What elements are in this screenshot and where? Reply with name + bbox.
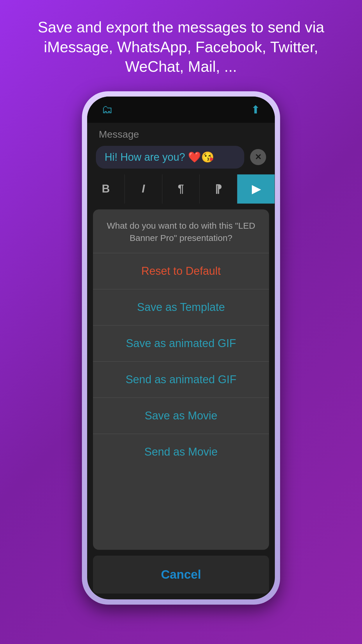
reset-to-default-item[interactable]: Reset to Default [93,253,269,289]
message-bubble[interactable]: Hi! How are you? ❤️😘 [96,146,244,169]
clear-button[interactable]: ✕ [250,149,266,165]
send-gif-label: Send as animated GIF [126,373,236,386]
align-right-button[interactable]: ⁋ [200,174,237,204]
phone-wrapper: 🗂 ⬆ Message Hi! How are you? ❤️😘 ✕ B I ¶… [82,91,280,605]
save-template-label: Save as Template [137,301,225,314]
message-text: Hi! How are you? ❤️😘 [105,151,214,163]
play-button[interactable]: ▶ [237,174,275,204]
reset-label: Reset to Default [141,265,221,277]
align-left-button[interactable]: ¶ [162,174,200,204]
send-movie-label: Send as Movie [144,446,217,458]
upload-icon[interactable]: ⬆ [251,103,260,116]
bold-button[interactable]: B [87,174,125,204]
send-animated-gif-item[interactable]: Send as animated GIF [93,362,269,398]
send-movie-item[interactable]: Send as Movie [93,434,269,470]
save-animated-gif-item[interactable]: Save as animated GIF [93,326,269,362]
action-sheet-title: What do you want to do with this "LED Ba… [93,209,269,253]
toolbar: B I ¶ ⁋ ▶ [87,174,275,204]
folder-icon[interactable]: 🗂 [102,103,113,116]
message-label: Message [87,123,275,143]
save-movie-item[interactable]: Save as Movie [93,398,269,434]
action-sheet: What do you want to do with this "LED Ba… [93,209,269,550]
message-input-bar: Hi! How are you? ❤️😘 ✕ [87,143,275,174]
phone-inner: 🗂 ⬆ Message Hi! How are you? ❤️😘 ✕ B I ¶… [87,97,275,599]
italic-button[interactable]: I [125,174,162,204]
save-movie-label: Save as Movie [145,410,217,422]
save-as-template-item[interactable]: Save as Template [93,289,269,326]
header-text: Save and export the messages to send via… [0,0,362,91]
save-gif-label: Save as animated GIF [126,337,236,350]
cancel-bar[interactable]: Cancel [93,556,269,594]
top-bar: 🗂 ⬆ [87,97,275,123]
cancel-label: Cancel [161,568,201,582]
